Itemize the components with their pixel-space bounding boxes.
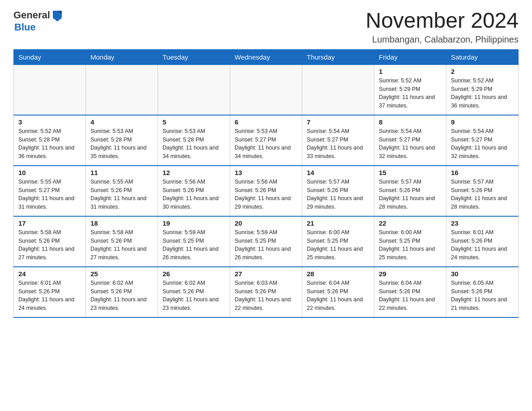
day-number: 9 <box>451 118 514 126</box>
calendar-cell: 3Sunrise: 5:52 AM Sunset: 5:28 PM Daylig… <box>14 115 86 166</box>
day-info: Sunrise: 5:55 AM Sunset: 5:27 PM Dayligh… <box>18 178 81 211</box>
calendar-cell: 26Sunrise: 6:02 AM Sunset: 5:26 PM Dayli… <box>158 267 230 317</box>
calendar-cell <box>158 64 230 115</box>
day-number: 7 <box>307 118 369 126</box>
calendar-cell: 27Sunrise: 6:03 AM Sunset: 5:26 PM Dayli… <box>230 267 302 317</box>
calendar-cell: 1Sunrise: 5:52 AM Sunset: 5:29 PM Daylig… <box>374 64 446 115</box>
calendar-cell: 7Sunrise: 5:54 AM Sunset: 5:27 PM Daylig… <box>302 115 374 166</box>
calendar-cell: 20Sunrise: 5:59 AM Sunset: 5:25 PM Dayli… <box>230 216 302 267</box>
calendar-week-row: 17Sunrise: 5:58 AM Sunset: 5:26 PM Dayli… <box>14 216 519 267</box>
calendar-cell: 8Sunrise: 5:54 AM Sunset: 5:27 PM Daylig… <box>374 115 446 166</box>
calendar-week-row: 10Sunrise: 5:55 AM Sunset: 5:27 PM Dayli… <box>14 166 519 216</box>
day-number: 29 <box>379 270 442 278</box>
day-info: Sunrise: 5:56 AM Sunset: 5:26 PM Dayligh… <box>163 178 225 211</box>
calendar-header-monday: Monday <box>86 49 158 64</box>
day-info: Sunrise: 6:04 AM Sunset: 5:26 PM Dayligh… <box>307 279 369 313</box>
day-info: Sunrise: 6:01 AM Sunset: 5:26 PM Dayligh… <box>451 228 514 262</box>
calendar-cell: 22Sunrise: 6:00 AM Sunset: 5:25 PM Dayli… <box>374 216 446 267</box>
calendar-cell <box>14 64 86 115</box>
calendar-cell: 21Sunrise: 6:00 AM Sunset: 5:25 PM Dayli… <box>302 216 374 267</box>
day-number: 8 <box>379 118 442 126</box>
day-number: 13 <box>235 169 297 176</box>
day-info: Sunrise: 5:57 AM Sunset: 5:26 PM Dayligh… <box>307 178 369 211</box>
calendar-week-row: 3Sunrise: 5:52 AM Sunset: 5:28 PM Daylig… <box>14 115 519 166</box>
day-info: Sunrise: 6:00 AM Sunset: 5:25 PM Dayligh… <box>307 228 369 262</box>
day-number: 15 <box>379 169 442 176</box>
day-info: Sunrise: 6:04 AM Sunset: 5:26 PM Dayligh… <box>379 279 442 313</box>
calendar-cell: 29Sunrise: 6:04 AM Sunset: 5:26 PM Dayli… <box>374 267 446 317</box>
calendar-cell: 13Sunrise: 5:56 AM Sunset: 5:26 PM Dayli… <box>230 166 302 216</box>
calendar-cell: 5Sunrise: 5:53 AM Sunset: 5:28 PM Daylig… <box>158 115 230 166</box>
day-number: 11 <box>90 169 153 176</box>
day-info: Sunrise: 5:56 AM Sunset: 5:26 PM Dayligh… <box>235 178 297 211</box>
subtitle: Lumbangan, Calabarzon, Philippines <box>365 34 519 45</box>
logo: General Blue <box>13 9 64 33</box>
day-number: 10 <box>18 169 81 176</box>
calendar-cell: 18Sunrise: 5:58 AM Sunset: 5:26 PM Dayli… <box>86 216 158 267</box>
day-number: 24 <box>18 270 81 278</box>
day-info: Sunrise: 5:58 AM Sunset: 5:26 PM Dayligh… <box>90 228 153 262</box>
day-number: 3 <box>18 118 81 126</box>
day-number: 12 <box>163 169 225 176</box>
day-info: Sunrise: 5:57 AM Sunset: 5:26 PM Dayligh… <box>379 178 442 211</box>
calendar-cell: 6Sunrise: 5:53 AM Sunset: 5:27 PM Daylig… <box>230 115 302 166</box>
day-number: 17 <box>18 219 81 227</box>
day-info: Sunrise: 6:03 AM Sunset: 5:26 PM Dayligh… <box>235 279 297 313</box>
logo-blue-text: Blue <box>14 21 36 33</box>
calendar-week-row: 1Sunrise: 5:52 AM Sunset: 5:29 PM Daylig… <box>14 64 519 115</box>
calendar-header-sunday: Sunday <box>14 49 86 64</box>
day-info: Sunrise: 6:00 AM Sunset: 5:25 PM Dayligh… <box>379 228 442 262</box>
day-number: 18 <box>90 219 153 227</box>
main-title: November 2024 <box>365 9 519 33</box>
day-number: 23 <box>451 219 514 227</box>
calendar-cell <box>86 64 158 115</box>
day-number: 5 <box>163 118 225 126</box>
logo-icon <box>51 9 64 21</box>
day-number: 16 <box>451 169 514 176</box>
calendar-cell: 12Sunrise: 5:56 AM Sunset: 5:26 PM Dayli… <box>158 166 230 216</box>
day-number: 30 <box>451 270 514 278</box>
day-number: 21 <box>307 219 369 227</box>
day-number: 1 <box>379 68 442 75</box>
day-info: Sunrise: 5:59 AM Sunset: 5:25 PM Dayligh… <box>163 228 225 262</box>
calendar-cell: 10Sunrise: 5:55 AM Sunset: 5:27 PM Dayli… <box>14 166 86 216</box>
day-number: 20 <box>235 219 297 227</box>
calendar-header-wednesday: Wednesday <box>230 49 302 64</box>
calendar-header-tuesday: Tuesday <box>158 49 230 64</box>
day-info: Sunrise: 5:52 AM Sunset: 5:29 PM Dayligh… <box>451 77 514 110</box>
day-number: 25 <box>90 270 153 278</box>
day-info: Sunrise: 6:01 AM Sunset: 5:26 PM Dayligh… <box>18 279 81 313</box>
day-number: 28 <box>307 270 369 278</box>
day-info: Sunrise: 5:54 AM Sunset: 5:27 PM Dayligh… <box>307 127 369 161</box>
day-info: Sunrise: 6:02 AM Sunset: 5:26 PM Dayligh… <box>163 279 225 313</box>
page-header: General Blue November 2024 Lumbangan, Ca… <box>13 9 519 45</box>
title-block: November 2024 Lumbangan, Calabarzon, Phi… <box>365 9 519 45</box>
day-number: 26 <box>163 270 225 278</box>
day-info: Sunrise: 5:54 AM Sunset: 5:27 PM Dayligh… <box>451 127 514 161</box>
calendar-cell: 19Sunrise: 5:59 AM Sunset: 5:25 PM Dayli… <box>158 216 230 267</box>
calendar-cell: 23Sunrise: 6:01 AM Sunset: 5:26 PM Dayli… <box>446 216 519 267</box>
day-info: Sunrise: 5:53 AM Sunset: 5:28 PM Dayligh… <box>90 127 153 161</box>
day-info: Sunrise: 5:53 AM Sunset: 5:28 PM Dayligh… <box>163 127 225 161</box>
calendar-cell <box>230 64 302 115</box>
day-info: Sunrise: 5:54 AM Sunset: 5:27 PM Dayligh… <box>379 127 442 161</box>
calendar-cell: 2Sunrise: 5:52 AM Sunset: 5:29 PM Daylig… <box>446 64 519 115</box>
day-number: 27 <box>235 270 297 278</box>
day-number: 6 <box>235 118 297 126</box>
calendar-cell: 28Sunrise: 6:04 AM Sunset: 5:26 PM Dayli… <box>302 267 374 317</box>
day-info: Sunrise: 5:55 AM Sunset: 5:26 PM Dayligh… <box>90 178 153 211</box>
calendar-cell: 25Sunrise: 6:02 AM Sunset: 5:26 PM Dayli… <box>86 267 158 317</box>
calendar-header-saturday: Saturday <box>446 49 519 64</box>
calendar-cell <box>302 64 374 115</box>
calendar-cell: 9Sunrise: 5:54 AM Sunset: 5:27 PM Daylig… <box>446 115 519 166</box>
day-number: 22 <box>379 219 442 227</box>
calendar-cell: 14Sunrise: 5:57 AM Sunset: 5:26 PM Dayli… <box>302 166 374 216</box>
calendar-table: SundayMondayTuesdayWednesdayThursdayFrid… <box>13 49 519 318</box>
calendar-cell: 16Sunrise: 5:57 AM Sunset: 5:26 PM Dayli… <box>446 166 519 216</box>
calendar-cell: 24Sunrise: 6:01 AM Sunset: 5:26 PM Dayli… <box>14 267 86 317</box>
calendar-cell: 17Sunrise: 5:58 AM Sunset: 5:26 PM Dayli… <box>14 216 86 267</box>
day-info: Sunrise: 5:59 AM Sunset: 5:25 PM Dayligh… <box>235 228 297 262</box>
day-info: Sunrise: 5:52 AM Sunset: 5:28 PM Dayligh… <box>18 127 81 161</box>
day-info: Sunrise: 5:52 AM Sunset: 5:29 PM Dayligh… <box>379 77 442 110</box>
day-number: 4 <box>90 118 153 126</box>
